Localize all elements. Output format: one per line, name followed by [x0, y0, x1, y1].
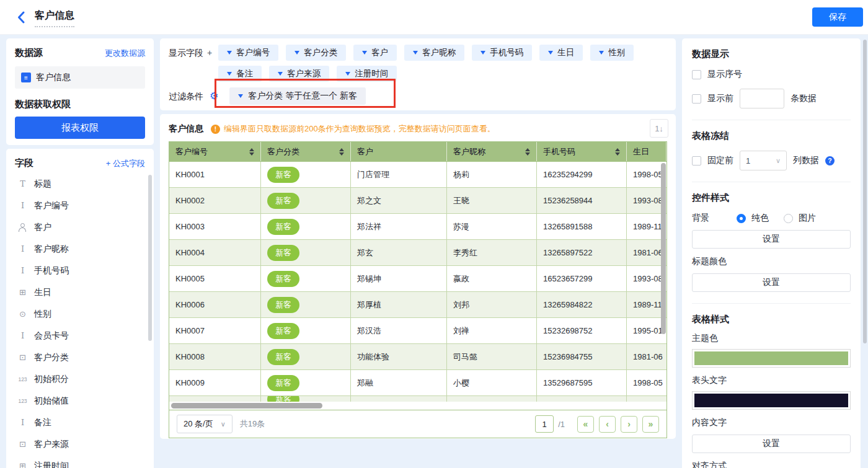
- field-label: 客户分类: [34, 352, 69, 363]
- column-header[interactable]: 客户: [351, 142, 447, 161]
- cell-nickname: 李秀红: [447, 240, 537, 265]
- header-text-label: 表头文字: [692, 375, 851, 386]
- field-item[interactable]: I客户编号: [15, 195, 145, 216]
- table-row: KH0007 新客 郑汉浩 刘禅 15232698752 1995-01: [169, 318, 666, 344]
- first-page-button[interactable]: «: [577, 416, 594, 433]
- filter-label: 过滤条件: [169, 88, 203, 104]
- align-label: 对齐方式: [692, 461, 851, 468]
- column-header[interactable]: 生日: [627, 142, 666, 161]
- add-display-field-button[interactable]: +: [207, 45, 212, 61]
- divider: [692, 303, 851, 304]
- help-icon[interactable]: ?: [825, 156, 835, 166]
- cell-nickname: [447, 396, 537, 402]
- warning-text: 编辑界面只取数据源前200条作为查询数据预览，完整数据请访问页面查看。: [224, 123, 495, 135]
- cell-customer-id: KH0005: [169, 266, 261, 291]
- add-formula-field-link[interactable]: + 公式字段: [106, 158, 145, 169]
- next-page-button[interactable]: ›: [621, 416, 637, 433]
- report-permission-button[interactable]: 报表权限: [15, 117, 145, 139]
- field-item[interactable]: 123初始积分: [15, 368, 145, 390]
- table-row: KH0004 新客 郑玄 李秀红 13265897522 1981-06: [169, 240, 666, 266]
- field-item[interactable]: ⊞生日: [15, 281, 145, 303]
- cell-phone: 15232698752: [537, 318, 627, 343]
- solid-color-radio[interactable]: [737, 214, 746, 223]
- back-button[interactable]: [15, 11, 29, 24]
- table-vertical-scrollbar[interactable]: [661, 163, 666, 334]
- cell-nickname: 王晓: [447, 188, 537, 213]
- cell-category: 新客: [261, 318, 351, 343]
- number-icon: 123: [17, 398, 28, 404]
- cell-phone: 16235294299: [537, 162, 627, 187]
- row-count-input[interactable]: [740, 89, 784, 108]
- cell-phone: 13265891588: [537, 214, 627, 239]
- background-set-button[interactable]: 设置: [692, 230, 851, 249]
- chip-label: 手机号码: [490, 47, 523, 58]
- display-field-chip[interactable]: 客户编号: [218, 45, 278, 61]
- sort-icon[interactable]: [615, 148, 620, 156]
- content-text-set-button[interactable]: 设置: [692, 435, 851, 453]
- cell-category: 新客: [261, 266, 351, 291]
- display-field-chip[interactable]: 客户昵称: [404, 45, 464, 61]
- select-icon: ⊡: [17, 439, 28, 449]
- header-text-color-swatch[interactable]: [692, 391, 851, 410]
- page-size-select[interactable]: 20 条/页 ∨: [177, 415, 232, 433]
- cell-phone: 13265984822: [537, 292, 627, 317]
- column-header[interactable]: 客户编号: [169, 142, 261, 161]
- category-badge: 新客: [267, 375, 299, 391]
- number-icon: 123: [17, 376, 28, 382]
- image-radio[interactable]: [784, 214, 793, 223]
- display-field-chip[interactable]: 手机号码: [472, 45, 532, 61]
- field-item[interactable]: T标题: [15, 173, 145, 195]
- field-item[interactable]: I手机号码: [15, 260, 145, 281]
- prev-page-button[interactable]: ‹: [599, 416, 616, 433]
- column-header[interactable]: 手机号码: [537, 142, 627, 161]
- field-item[interactable]: 客户: [15, 216, 145, 238]
- chevron-down-icon: ∨: [221, 420, 226, 428]
- chevron-down-icon: [227, 51, 232, 55]
- field-item[interactable]: ⊞注册时间: [15, 455, 145, 468]
- category-badge: 新客: [267, 219, 299, 235]
- column-header[interactable]: 客户分类: [261, 142, 351, 161]
- display-field-chip[interactable]: 性别: [590, 45, 634, 61]
- save-button[interactable]: 保存: [812, 7, 863, 27]
- table-row: KH0006 新客 郑厚植 刘邦 13265984822 1989-11: [169, 292, 666, 318]
- page-number-input[interactable]: 1: [535, 415, 554, 433]
- pagination-bar: 20 条/页 ∨ 共19条 1 /1 « ‹ › »: [169, 410, 666, 438]
- sort-order-icon[interactable]: 1↓: [650, 119, 668, 138]
- field-item[interactable]: ⊙性别: [15, 303, 145, 325]
- horizontal-scrollbar[interactable]: [171, 403, 322, 408]
- freeze-columns-checkbox[interactable]: [692, 156, 701, 166]
- sort-icon[interactable]: [249, 148, 254, 156]
- field-item[interactable]: I会员卡号: [15, 325, 145, 347]
- fields-scrollbar[interactable]: [148, 175, 152, 341]
- field-item[interactable]: ⊡客户来源: [15, 433, 145, 455]
- page-scrollbar[interactable]: [863, 40, 867, 343]
- change-datasource-link[interactable]: 更改数据源: [105, 48, 145, 59]
- cell-phone: [537, 396, 627, 402]
- calendar-icon: ⊞: [17, 288, 28, 297]
- datasource-item[interactable]: ≡ 客户信息: [15, 66, 145, 89]
- display-fields-label: 显示字段: [169, 45, 203, 61]
- column-header[interactable]: 客户昵称: [447, 142, 537, 161]
- last-page-button[interactable]: »: [642, 416, 659, 433]
- theme-color-label: 主题色: [692, 333, 851, 344]
- content-text-label: 内容文字: [692, 417, 851, 428]
- sort-icon[interactable]: [339, 148, 344, 156]
- title-color-set-button[interactable]: 设置: [692, 273, 851, 292]
- field-item[interactable]: 123初始储值: [15, 390, 145, 412]
- field-item[interactable]: ⊡客户分类: [15, 347, 145, 368]
- table-style-title: 表格样式: [692, 314, 851, 325]
- cell-category: 新客: [261, 396, 351, 402]
- display-field-chip[interactable]: 客户分类: [286, 45, 346, 61]
- sort-icon[interactable]: [525, 148, 530, 156]
- freeze-count-select[interactable]: 1 ∨: [740, 151, 787, 170]
- permission-title: 数据获取权限: [15, 99, 145, 110]
- show-first-checkbox[interactable]: [692, 94, 701, 104]
- field-item[interactable]: I备注: [15, 412, 145, 433]
- display-field-chip[interactable]: 客户: [353, 45, 397, 61]
- cell-customer-id: [169, 396, 261, 402]
- field-item[interactable]: I客户昵称: [15, 238, 145, 260]
- theme-color-swatch[interactable]: [692, 349, 851, 368]
- display-field-chip[interactable]: 生日: [539, 45, 583, 61]
- show-index-checkbox[interactable]: [692, 70, 701, 79]
- text-icon: I: [17, 266, 28, 275]
